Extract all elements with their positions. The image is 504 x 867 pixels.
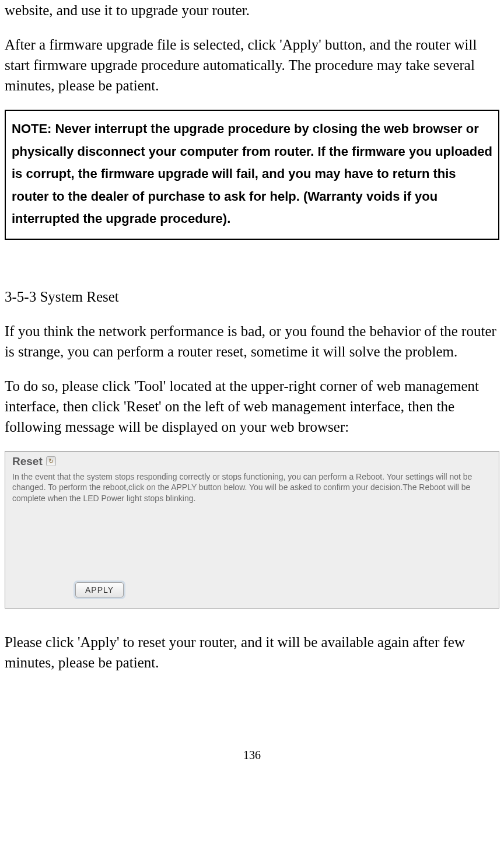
apply-button[interactable]: APPLY xyxy=(75,582,124,597)
note-text: NOTE: Never interrupt the upgrade proced… xyxy=(12,118,492,230)
section-heading: 3-5-3 System Reset xyxy=(5,286,499,307)
screenshot-header: Reset ↻ xyxy=(5,452,499,470)
paragraph-reset-steps: To do so, please click 'Tool' located at… xyxy=(5,376,499,437)
screenshot-description: In the event that the system stops respo… xyxy=(5,470,499,509)
paragraph-apply-reset: Please click 'Apply' to reset your route… xyxy=(5,632,499,673)
page-number: 136 xyxy=(5,749,499,768)
paragraph-website-upgrade: website, and use it to upgrade your rout… xyxy=(5,0,499,20)
refresh-icon: ↻ xyxy=(46,456,56,466)
reset-screenshot: Reset ↻ In the event that the system sto… xyxy=(5,451,499,609)
paragraph-reset-intro: If you think the network performance is … xyxy=(5,321,499,362)
screenshot-title: Reset xyxy=(12,455,43,468)
note-box: NOTE: Never interrupt the upgrade proced… xyxy=(5,110,499,240)
paragraph-apply-upgrade: After a firmware upgrade file is selecte… xyxy=(5,34,499,96)
screenshot-button-row: APPLY xyxy=(75,582,124,597)
